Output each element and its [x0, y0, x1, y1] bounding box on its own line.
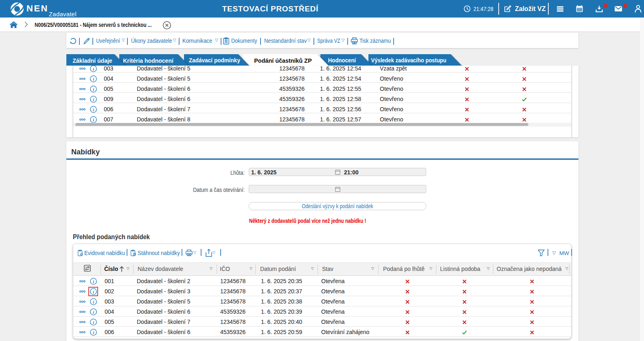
svg-text:i: i — [93, 289, 94, 294]
svg-text:i: i — [93, 320, 94, 325]
svg-text:i: i — [93, 97, 94, 102]
svg-text:i: i — [93, 66, 94, 71]
svg-text:i: i — [93, 279, 94, 284]
svg-text:Kritéria hodnocení: Kritéria hodnocení — [123, 57, 174, 64]
svg-text:Hodnocení: Hodnocení — [328, 57, 357, 64]
svg-text:Zadávací podmínky: Zadávací podmínky — [189, 57, 240, 64]
svg-text:i: i — [93, 299, 94, 304]
svg-text:Základní údaje: Základní údaje — [72, 57, 112, 64]
svg-text:i: i — [93, 310, 94, 315]
svg-text:i: i — [93, 87, 94, 92]
svg-text:i: i — [93, 117, 94, 122]
svg-text:i: i — [93, 330, 94, 335]
svg-text:Výsledek zadávacího postupu: Výsledek zadávacího postupu — [371, 57, 447, 64]
svg-text:i: i — [93, 77, 94, 81]
svg-text:Podání účastníků ZP: Podání účastníků ZP — [254, 57, 312, 64]
svg-text:i: i — [93, 107, 94, 112]
